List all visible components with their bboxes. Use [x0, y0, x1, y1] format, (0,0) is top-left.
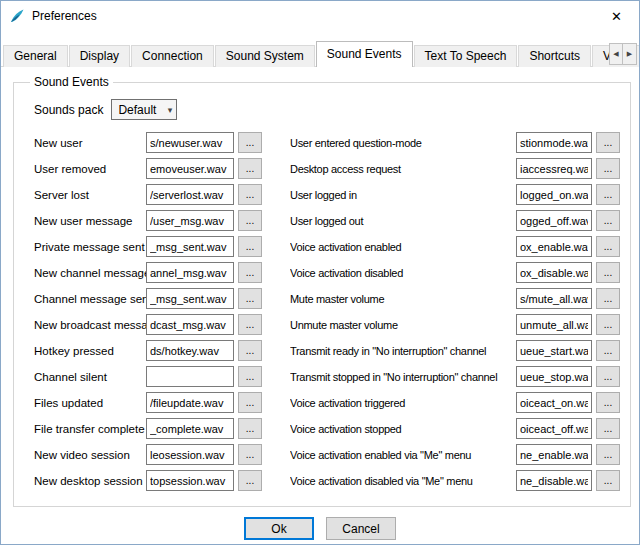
sound-event-row: Voice activation triggered ...	[290, 392, 620, 413]
browse-button[interactable]: ...	[596, 444, 620, 465]
browse-button[interactable]: ...	[238, 314, 262, 335]
app-logo-icon	[9, 8, 25, 24]
sound-event-row: Mute master volume ...	[290, 288, 620, 309]
sound-file-input[interactable]	[146, 366, 234, 387]
tab-label: Connection	[142, 49, 203, 63]
sound-file-input[interactable]	[516, 236, 592, 257]
sound-file-input[interactable]	[146, 470, 234, 491]
sound-event-label: Voice activation disabled via "Me" menu	[290, 475, 516, 487]
sound-file-input[interactable]	[516, 210, 592, 231]
sound-event-label: Voice activation enabled via "Me" menu	[290, 449, 516, 461]
browse-button[interactable]: ...	[238, 444, 262, 465]
browse-button[interactable]: ...	[596, 366, 620, 387]
sound-file-input[interactable]	[146, 314, 234, 335]
browse-button[interactable]: ...	[596, 392, 620, 413]
sound-file-input[interactable]	[516, 470, 592, 491]
sound-file-input[interactable]	[516, 314, 592, 335]
sounds-pack-label: Sounds pack	[34, 103, 103, 117]
browse-button[interactable]: ...	[596, 288, 620, 309]
sound-event-row: Channel silent ...	[34, 366, 278, 387]
browse-button[interactable]: ...	[238, 132, 262, 153]
sound-file-input[interactable]	[516, 366, 592, 387]
sound-event-label: Mute master volume	[290, 293, 516, 305]
sound-file-input[interactable]	[146, 158, 234, 179]
tab-label: Sound System	[226, 49, 304, 63]
group-title: Sound Events	[30, 75, 113, 89]
sound-file-input[interactable]	[516, 288, 592, 309]
sound-file-input[interactable]	[516, 340, 592, 361]
sound-event-label: New user message	[34, 215, 146, 227]
browse-button[interactable]: ...	[596, 210, 620, 231]
cancel-button[interactable]: Cancel	[326, 517, 396, 540]
sound-event-row: Unmute master volume ...	[290, 314, 620, 335]
browse-button[interactable]: ...	[596, 314, 620, 335]
sound-event-label: New channel message	[34, 267, 146, 279]
sound-event-label: Transmit stopped in "No interruption" ch…	[290, 371, 516, 383]
chevron-down-icon: ▾	[168, 105, 177, 115]
sounds-pack-select[interactable]: Default ▾	[111, 99, 177, 120]
close-icon[interactable]: ✕	[594, 1, 639, 31]
tab-scroll-left-icon[interactable]: ◀	[609, 43, 623, 65]
sound-event-row: Voice activation enabled via "Me" menu .…	[290, 444, 620, 465]
browse-button[interactable]: ...	[238, 158, 262, 179]
browse-button[interactable]: ...	[596, 262, 620, 283]
browse-button[interactable]: ...	[238, 210, 262, 231]
sound-event-label: Hotkey pressed	[34, 345, 146, 357]
sound-file-input[interactable]	[146, 184, 234, 205]
browse-button[interactable]: ...	[238, 288, 262, 309]
sound-file-input[interactable]	[516, 418, 592, 439]
sound-file-input[interactable]	[516, 158, 592, 179]
browse-button[interactable]: ...	[238, 418, 262, 439]
sound-file-input[interactable]	[146, 444, 234, 465]
browse-button[interactable]: ...	[238, 366, 262, 387]
sound-file-input[interactable]	[146, 340, 234, 361]
tab-sound-events[interactable]: Sound Events	[316, 41, 413, 67]
ok-button[interactable]: Ok	[244, 517, 314, 540]
sound-file-input[interactable]	[516, 392, 592, 413]
tab-sound-system[interactable]: Sound System	[215, 45, 315, 67]
tab-shortcuts[interactable]: Shortcuts	[518, 45, 591, 67]
browse-button[interactable]: ...	[596, 340, 620, 361]
sound-file-input[interactable]	[516, 132, 592, 153]
sound-event-row: Files updated ...	[34, 392, 278, 413]
browse-button[interactable]: ...	[596, 418, 620, 439]
browse-button[interactable]: ...	[238, 184, 262, 205]
browse-button[interactable]: ...	[596, 158, 620, 179]
tab-general[interactable]: General	[3, 45, 68, 67]
browse-button[interactable]: ...	[238, 392, 262, 413]
sound-event-row: New video session ...	[34, 444, 278, 465]
tab-scroll: ◀ ▶	[609, 43, 637, 65]
sound-file-input[interactable]	[146, 236, 234, 257]
sound-event-label: User entered question-mode	[290, 137, 516, 149]
sound-file-input[interactable]	[146, 262, 234, 283]
tab-connection[interactable]: Connection	[131, 45, 214, 67]
tab-scroll-right-icon[interactable]: ▶	[623, 43, 637, 65]
tab-text-to-speech[interactable]: Text To Speech	[414, 45, 518, 67]
sound-file-input[interactable]	[146, 210, 234, 231]
sound-event-row: User logged in ...	[290, 184, 620, 205]
sound-event-row: Voice activation disabled via "Me" menu …	[290, 470, 620, 491]
sounds-pack-row: Sounds pack Default ▾	[34, 99, 620, 120]
browse-button[interactable]: ...	[596, 132, 620, 153]
tab-display[interactable]: Display	[69, 45, 130, 67]
browse-button[interactable]: ...	[238, 262, 262, 283]
browse-button[interactable]: ...	[238, 340, 262, 361]
sound-event-row: Hotkey pressed ...	[34, 340, 278, 361]
browse-button[interactable]: ...	[238, 470, 262, 491]
tab-label: Text To Speech	[425, 49, 507, 63]
browse-button[interactable]: ...	[596, 184, 620, 205]
browse-button[interactable]: ...	[596, 470, 620, 491]
sound-file-input[interactable]	[146, 288, 234, 309]
footer: Ok Cancel	[13, 507, 627, 540]
browse-button[interactable]: ...	[238, 236, 262, 257]
sound-file-input[interactable]	[146, 392, 234, 413]
sound-file-input[interactable]	[146, 132, 234, 153]
browse-button[interactable]: ...	[596, 236, 620, 257]
sound-file-input[interactable]	[516, 184, 592, 205]
sound-file-input[interactable]	[516, 444, 592, 465]
sound-event-label: Desktop access request	[290, 163, 516, 175]
sound-event-label: Private message sent	[34, 241, 146, 253]
sound-file-input[interactable]	[516, 262, 592, 283]
sound-events-group: Sound Events Sounds pack Default ▾ New u…	[13, 75, 631, 507]
sound-file-input[interactable]	[146, 418, 234, 439]
